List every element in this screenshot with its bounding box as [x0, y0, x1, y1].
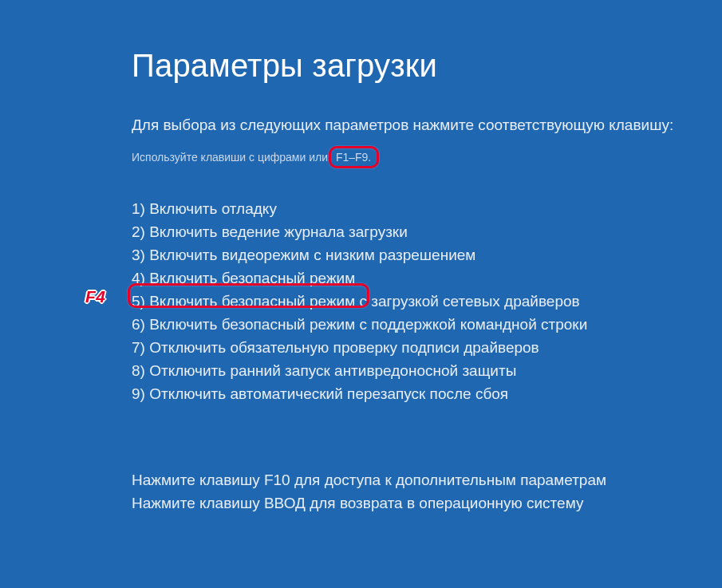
hint-keys: F1–F9. — [331, 149, 376, 165]
hint-prefix: Используйте клавиши с цифрами или — [132, 151, 331, 164]
option-4[interactable]: 4) Включить безопасный режим — [132, 266, 355, 290]
option-9[interactable]: 9) Отключить автоматический перезапуск п… — [132, 382, 508, 405]
option-6[interactable]: 6) Включить безопасный режим с поддержко… — [132, 313, 587, 336]
option-8[interactable]: 8) Отключить ранний запуск антивредоносн… — [132, 359, 516, 382]
annotation-f4-label: F4 — [85, 287, 106, 306]
option-7[interactable]: 7) Отключить обязательную проверку подпи… — [132, 336, 539, 359]
hint-text: Используйте клавиши с цифрами или F1–F9. — [132, 149, 376, 165]
option-5[interactable]: 5) Включить безопасный режим с загрузкой… — [132, 290, 580, 313]
footer-line-2: Нажмите клавишу ВВОД для возврата в опер… — [132, 492, 722, 515]
footer-text: Нажмите клавишу F10 для доступа к дополн… — [132, 469, 722, 515]
footer-line-1: Нажмите клавишу F10 для доступа к дополн… — [132, 469, 722, 492]
startup-settings-screen: Параметры загрузки Для выбора из следующ… — [0, 0, 722, 515]
page-title: Параметры загрузки — [132, 48, 722, 84]
options-list: 1) Включить отладку 2) Включить ведение … — [132, 197, 722, 406]
option-3[interactable]: 3) Включить видеорежим с низким разрешен… — [132, 243, 475, 266]
subtitle-text: Для выбора из следующих параметров нажми… — [132, 114, 722, 136]
option-2[interactable]: 2) Включить ведение журнала загрузки — [132, 220, 408, 243]
option-1[interactable]: 1) Включить отладку — [132, 197, 277, 220]
